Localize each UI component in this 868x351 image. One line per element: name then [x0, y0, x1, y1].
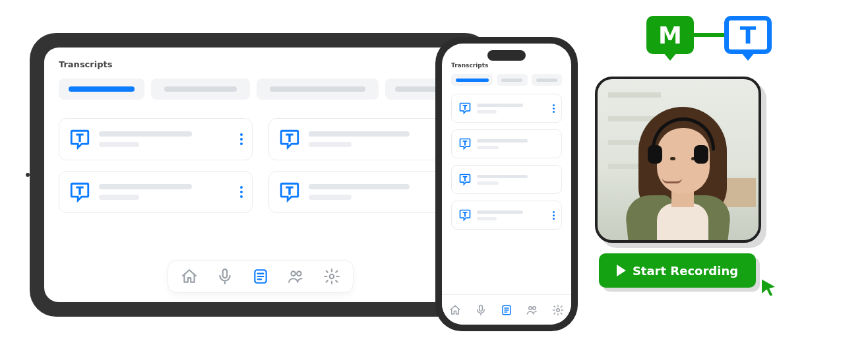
page-title: Transcripts	[59, 59, 462, 69]
card-text-placeholder	[477, 210, 547, 220]
card-menu-button[interactable]	[240, 133, 243, 145]
people-icon	[526, 304, 538, 316]
transcript-card[interactable]	[268, 118, 462, 160]
mic-icon	[216, 268, 233, 285]
bottom-nav	[442, 294, 571, 325]
video-preview	[595, 77, 761, 243]
phone-notch	[487, 50, 526, 61]
filter-tabs	[451, 74, 562, 86]
card-text-placeholder	[477, 175, 555, 185]
card-text-placeholder	[477, 104, 547, 113]
filter-tab-3[interactable]	[532, 74, 562, 86]
transcript-card[interactable]	[451, 94, 562, 123]
card-text-placeholder	[99, 184, 232, 200]
phone-screen: Transcripts	[442, 44, 571, 325]
transcripts-icon	[501, 304, 512, 316]
transcript-card[interactable]	[59, 171, 253, 213]
transcript-card[interactable]	[268, 171, 462, 213]
cursor-icon	[759, 276, 778, 300]
filter-tabs	[59, 79, 462, 100]
tablet-device: Transcripts	[30, 33, 491, 317]
nav-contacts[interactable]	[287, 267, 305, 286]
badge-m: M	[646, 16, 694, 54]
transcript-icon	[458, 208, 472, 222]
card-menu-button[interactable]	[553, 211, 555, 220]
bottom-nav	[168, 260, 354, 293]
transcript-icon	[458, 102, 472, 115]
mic-icon	[475, 304, 487, 316]
transcript-list	[451, 94, 562, 230]
transcript-grid	[59, 118, 462, 213]
nav-home[interactable]	[180, 267, 199, 286]
transcript-card[interactable]	[451, 165, 562, 194]
nav-contacts[interactable]	[526, 303, 539, 317]
filter-tab-3[interactable]	[257, 79, 379, 100]
transcript-icon	[69, 181, 91, 203]
card-text-placeholder	[309, 184, 452, 200]
home-icon	[181, 268, 198, 285]
nav-settings[interactable]	[551, 303, 565, 317]
gear-icon	[323, 268, 340, 285]
card-menu-button[interactable]	[553, 104, 555, 113]
app-badges: M T	[646, 16, 772, 54]
transcript-card[interactable]	[451, 129, 562, 158]
filter-tab-1[interactable]	[451, 74, 493, 86]
badge-t-label: T	[724, 16, 772, 54]
phone-device: Transcripts	[435, 37, 578, 331]
nav-home[interactable]	[449, 303, 462, 317]
start-recording-label: Start Recording	[633, 264, 738, 278]
people-icon	[288, 268, 305, 285]
page-title: Transcripts	[451, 62, 562, 69]
transcript-card[interactable]	[59, 118, 253, 160]
card-menu-button[interactable]	[240, 186, 243, 198]
card-text-placeholder	[309, 131, 452, 147]
transcripts-icon	[252, 268, 269, 285]
nav-transcripts[interactable]	[251, 267, 270, 286]
card-text-placeholder	[99, 131, 232, 147]
nav-record[interactable]	[216, 267, 234, 286]
badge-t: T	[724, 16, 772, 54]
transcript-icon	[458, 137, 472, 150]
card-text-placeholder	[477, 139, 555, 149]
start-recording-button[interactable]: Start Recording	[599, 253, 756, 288]
filter-tab-2[interactable]	[151, 79, 250, 100]
filter-tab-1[interactable]	[59, 79, 144, 100]
transcript-icon	[458, 173, 472, 186]
nav-record[interactable]	[474, 303, 487, 317]
transcript-card[interactable]	[451, 201, 562, 230]
transcript-icon	[278, 128, 301, 150]
nav-transcripts[interactable]	[500, 303, 513, 317]
nav-settings[interactable]	[323, 267, 341, 286]
home-icon	[449, 304, 461, 316]
badge-m-label: M	[646, 16, 694, 54]
badge-connector	[694, 33, 724, 37]
transcript-icon	[278, 181, 301, 203]
transcript-icon	[69, 128, 91, 150]
play-icon	[617, 265, 626, 276]
tablet-screen: Transcripts	[44, 48, 477, 302]
gear-icon	[552, 304, 564, 316]
filter-tab-2[interactable]	[497, 74, 527, 86]
